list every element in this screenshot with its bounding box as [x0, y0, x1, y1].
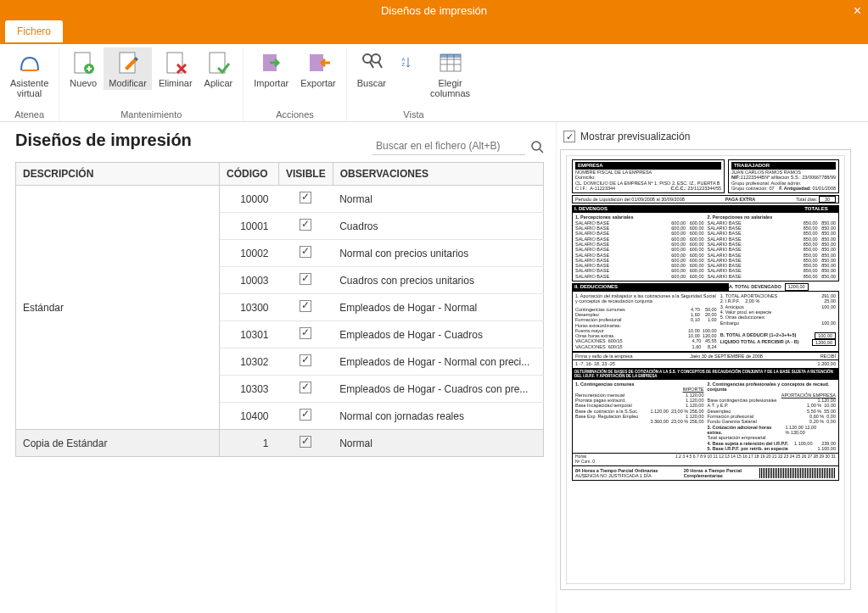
- visible-checkbox[interactable]: [300, 246, 311, 258]
- visible-checkbox[interactable]: [300, 327, 311, 339]
- preview-panel: EMPRESA NOMBRE FISCAL DE LA EMPRESA Domi…: [560, 149, 851, 590]
- svg-text:A: A: [402, 57, 406, 62]
- ribbon-group-atenea: Asistente virtual Atenea: [0, 47, 59, 121]
- titlebar: Diseños de impresión × Fichero: [0, 0, 868, 44]
- svg-point-5: [363, 54, 372, 63]
- nuevo-button[interactable]: Nuevo: [64, 47, 102, 90]
- ribbon-group-vista: Buscar AZ Elegir columnas Vista: [347, 47, 480, 121]
- preview-document: EMPRESA NOMBRE FISCAL DE LA EMPRESA Domi…: [566, 155, 845, 584]
- visible-checkbox[interactable]: [300, 192, 311, 203]
- visible-checkbox[interactable]: [300, 382, 311, 393]
- asistente-virtual-button[interactable]: Asistente virtual: [5, 47, 53, 100]
- svg-point-6: [372, 54, 380, 63]
- visible-checkbox[interactable]: [300, 436, 311, 448]
- ribbon: Asistente virtual Atenea Nuevo Modificar…: [0, 44, 868, 122]
- page-title: Diseños de impresión: [15, 131, 192, 150]
- table-row[interactable]: Estándar10000Normal: [16, 186, 544, 213]
- search-icon[interactable]: [530, 140, 544, 153]
- mostrar-previsualizacion-checkbox[interactable]: ✓ Mostrar previsualización: [563, 131, 851, 142]
- col-codigo[interactable]: CÓDIGO: [220, 163, 279, 186]
- svg-rect-10: [440, 54, 461, 58]
- svg-text:Z: Z: [402, 62, 406, 67]
- visible-checkbox[interactable]: [300, 300, 311, 312]
- window-title: Diseños de impresión: [0, 0, 868, 22]
- col-visible[interactable]: VISIBLE: [279, 163, 333, 186]
- search-input[interactable]: [372, 137, 525, 155]
- disenos-table: DESCRIPCIÓN CÓDIGO VISIBLE OBSERVACIONES…: [15, 162, 544, 457]
- visible-checkbox[interactable]: [300, 273, 311, 285]
- visible-checkbox[interactable]: [300, 409, 311, 421]
- eliminar-button[interactable]: Eliminar: [154, 47, 198, 90]
- table-row[interactable]: Copia de Estándar1Normal: [16, 430, 544, 457]
- modificar-button[interactable]: Modificar: [104, 47, 152, 90]
- elegir-columnas-button[interactable]: Elegir columnas: [425, 47, 475, 100]
- svg-point-11: [532, 142, 540, 150]
- desc-cell: Estándar: [16, 186, 220, 430]
- visible-checkbox[interactable]: [300, 219, 311, 231]
- close-icon[interactable]: ×: [854, 3, 861, 19]
- check-icon: ✓: [563, 131, 575, 142]
- exportar-button[interactable]: Exportar: [295, 47, 341, 90]
- sort-button[interactable]: AZ: [393, 47, 423, 80]
- aplicar-button[interactable]: Aplicar: [199, 47, 238, 90]
- ribbon-group-mantenimiento: Nuevo Modificar Eliminar Aplicar Manteni…: [59, 47, 244, 121]
- visible-checkbox[interactable]: [300, 354, 311, 366]
- col-observaciones[interactable]: OBSERVACIONES: [333, 163, 543, 186]
- col-descripcion[interactable]: DESCRIPCIÓN: [16, 163, 220, 186]
- ribbon-group-acciones: Importar Exportar Acciones: [244, 47, 347, 121]
- buscar-button[interactable]: Buscar: [352, 47, 391, 90]
- tab-fichero[interactable]: Fichero: [5, 20, 63, 42]
- barcode: [759, 468, 836, 478]
- search-bar: [372, 137, 544, 155]
- importar-button[interactable]: Importar: [249, 47, 294, 90]
